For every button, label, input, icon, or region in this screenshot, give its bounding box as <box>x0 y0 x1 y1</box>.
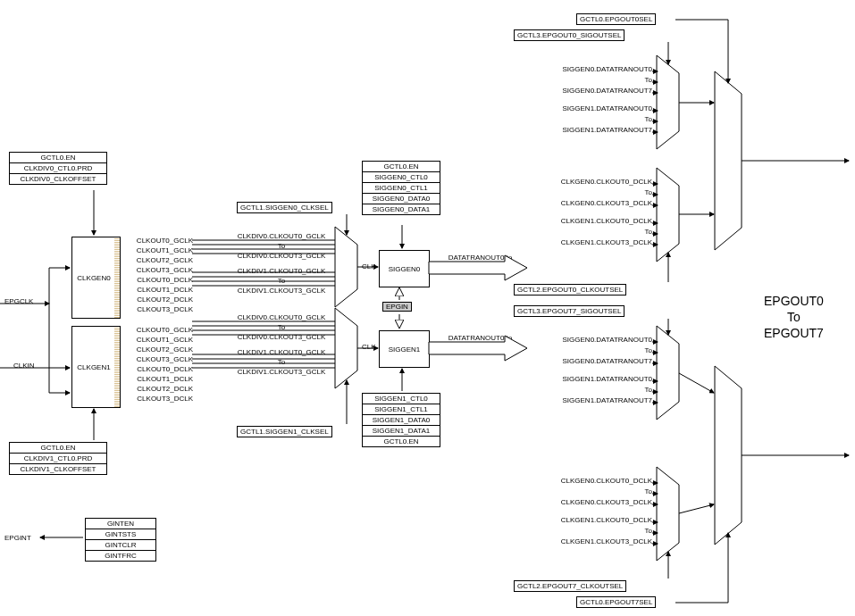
wires <box>0 0 855 616</box>
svg-line-70 <box>679 373 714 393</box>
svg-line-71 <box>679 504 714 513</box>
